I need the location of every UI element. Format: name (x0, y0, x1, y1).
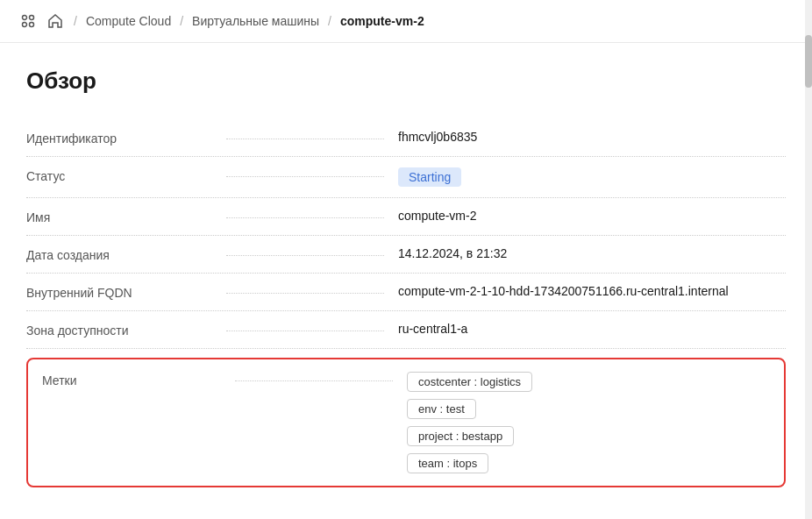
zone-dots (226, 331, 384, 331)
apps-icon[interactable] (18, 11, 39, 32)
created-value: 14.12.2024, в 21:32 (391, 246, 786, 260)
status-label: Статус (26, 167, 219, 183)
tag-item: env : test (407, 399, 476, 419)
scrollbar[interactable] (805, 0, 812, 519)
nav-virtual-machines[interactable]: Виртуальные машины (192, 14, 319, 28)
status-badge: Starting (398, 167, 461, 187)
created-label: Дата создания (26, 246, 219, 262)
identifier-value: fhmcvlj0b6835 (391, 130, 786, 144)
status-value: Starting (391, 167, 786, 187)
fqdn-row: Внутренний FQDN compute-vm-2-1-10-hdd-17… (26, 274, 786, 311)
identifier-row: Идентификатор fhmcvlj0b6835 (26, 119, 786, 157)
tag-item: team : itops (407, 453, 488, 473)
tag-item: costcenter : logistics (407, 372, 532, 392)
svg-point-2 (23, 23, 27, 27)
zone-label: Зона доступности (26, 322, 219, 338)
nav-separator-3: / (328, 14, 331, 28)
info-section: Идентификатор fhmcvlj0b6835 Статус Start… (26, 119, 786, 487)
nav-separator-1: / (74, 14, 77, 28)
tags-label: Метки (42, 372, 235, 387)
tags-row: Метки costcenter : logisticsenv : testpr… (42, 372, 770, 473)
name-dots (226, 217, 384, 218)
svg-point-0 (23, 16, 27, 20)
page-title: Обзор (26, 68, 786, 95)
svg-point-3 (30, 23, 34, 27)
fqdn-label: Внутренний FQDN (26, 284, 219, 300)
zone-value: ru-central1-a (391, 322, 786, 336)
nav-current-vm: compute-vm-2 (340, 14, 424, 28)
svg-point-1 (30, 16, 34, 20)
status-dots (226, 176, 384, 177)
zone-row: Зона доступности ru-central1-a (26, 311, 786, 349)
scrollbar-thumb[interactable] (805, 35, 812, 88)
identifier-dots (226, 139, 384, 139)
tags-dots (235, 380, 393, 381)
fqdn-value: compute-vm-2-1-10-hdd-1734200751166.ru-c… (391, 284, 786, 298)
fqdn-dots (226, 293, 384, 294)
breadcrumb: / Compute Cloud / Виртуальные машины / c… (0, 0, 812, 43)
nav-compute-cloud[interactable]: Compute Cloud (86, 14, 171, 28)
status-row: Статус Starting (26, 157, 786, 198)
identifier-label: Идентификатор (26, 130, 219, 146)
tags-list: costcenter : logisticsenv : testproject … (400, 372, 770, 473)
name-row: Имя compute-vm-2 (26, 198, 786, 236)
tag-item: project : bestapp (407, 426, 514, 446)
main-content: Обзор Идентификатор fhmcvlj0b6835 Статус… (0, 43, 812, 512)
created-dots (226, 255, 384, 256)
name-label: Имя (26, 209, 219, 224)
nav-separator-2: / (180, 14, 183, 28)
tags-section: Метки costcenter : logisticsenv : testpr… (26, 358, 786, 487)
name-value: compute-vm-2 (391, 209, 786, 223)
home-icon[interactable] (46, 11, 65, 31)
created-row: Дата создания 14.12.2024, в 21:32 (26, 236, 786, 274)
